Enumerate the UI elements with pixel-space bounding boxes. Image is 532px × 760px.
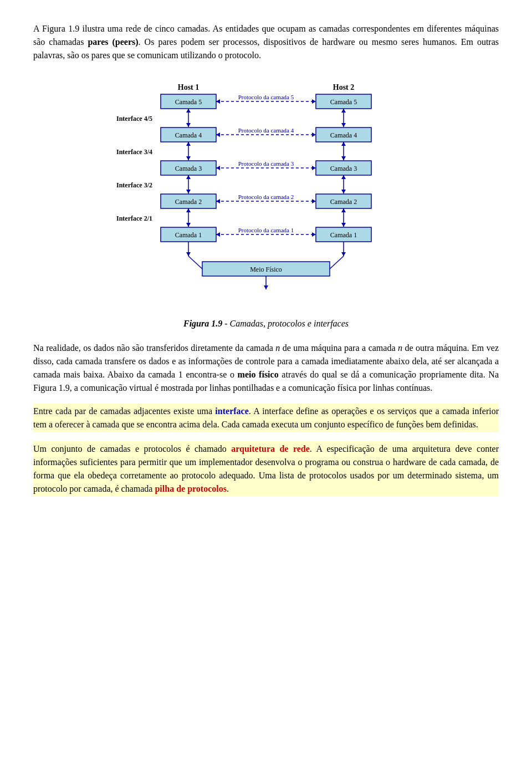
svg-marker-55 — [186, 208, 191, 212]
svg-text:Interface 4/5: Interface 4/5 — [116, 115, 152, 123]
svg-marker-34 — [216, 166, 220, 170]
page-content: A Figura 1.9 ilustra uma rede de cinco c… — [33, 22, 499, 497]
svg-text:Protocolo da camada 5: Protocolo da camada 5 — [238, 94, 294, 100]
para3-start: Na realidade, os dados não são transferi… — [33, 343, 275, 353]
svg-marker-52 — [186, 175, 191, 179]
para5-highlight2-end: . — [227, 484, 229, 493]
para5-highlight2-bold: pilha de protocolos — [155, 484, 227, 493]
svg-marker-60 — [341, 123, 346, 127]
svg-line-57 — [188, 256, 202, 269]
svg-marker-42 — [216, 232, 220, 237]
svg-text:Camada 5: Camada 5 — [330, 98, 357, 106]
svg-text:Camada 1: Camada 1 — [175, 231, 202, 239]
paragraph-3: Na realidade, os dados não são transferi… — [33, 341, 499, 395]
svg-marker-66 — [341, 190, 346, 193]
svg-text:Camada 5: Camada 5 — [175, 98, 202, 106]
svg-marker-49 — [186, 142, 191, 146]
svg-marker-70 — [341, 208, 346, 212]
diagram-svg: Host 1 Host 2 Camada 5 Camada 4 Camada 3… — [72, 79, 460, 312]
figure-container: Host 1 Host 2 Camada 5 Camada 4 Camada 3… — [33, 79, 499, 330]
svg-marker-51 — [186, 190, 191, 193]
svg-text:Interface 2/1: Interface 2/1 — [116, 215, 152, 222]
para3-bold: meio físico — [238, 370, 279, 379]
svg-text:Protocolo da camada 1: Protocolo da camada 1 — [238, 227, 294, 233]
svg-text:Camada 3: Camada 3 — [330, 165, 357, 172]
svg-marker-26 — [216, 99, 220, 104]
svg-text:Meio Físico: Meio Físico — [250, 266, 282, 273]
svg-marker-41 — [312, 232, 316, 237]
svg-text:Protocolo da camada 2: Protocolo da camada 2 — [238, 193, 294, 200]
svg-text:Camada 3: Camada 3 — [175, 165, 202, 172]
svg-marker-64 — [341, 142, 346, 146]
svg-marker-75 — [264, 285, 268, 289]
svg-line-72 — [330, 256, 344, 269]
svg-text:Host 1: Host 1 — [178, 83, 200, 91]
para5-highlight-bold: arquitetura de rede — [231, 444, 310, 453]
svg-marker-33 — [312, 166, 316, 170]
svg-marker-48 — [186, 156, 191, 160]
svg-marker-67 — [341, 175, 346, 179]
svg-text:Protocolo da camada 4: Protocolo da camada 4 — [238, 127, 294, 134]
svg-marker-69 — [341, 223, 346, 227]
para3-mid: de uma máquina para a camada — [280, 343, 398, 353]
svg-marker-63 — [341, 156, 346, 160]
para4-highlight-start: Entre cada par de camadas adjacentes exi… — [33, 406, 215, 416]
paragraph-1: A Figura 1.9 ilustra uma rede de cinco c… — [33, 22, 499, 62]
svg-marker-46 — [186, 109, 191, 113]
para1-bold: pares (peers) — [88, 37, 138, 47]
para5-highlight-start: Um conjunto de camadas e protocolos é ch… — [33, 444, 231, 453]
svg-text:Camada 4: Camada 4 — [330, 131, 357, 139]
svg-marker-73 — [341, 252, 346, 256]
svg-marker-25 — [312, 99, 316, 104]
svg-marker-58 — [186, 252, 191, 256]
svg-marker-30 — [216, 132, 220, 137]
para3-n2: n — [398, 343, 402, 353]
figure-caption-rest: - Camadas, protocolos e interfaces — [222, 319, 349, 328]
svg-marker-54 — [186, 223, 191, 227]
para1-end: . — [139, 37, 141, 47]
svg-text:Camada 1: Camada 1 — [330, 231, 357, 239]
svg-marker-37 — [312, 199, 316, 203]
svg-text:Camada 2: Camada 2 — [330, 198, 357, 206]
paragraph-4: Entre cada par de camadas adjacentes exi… — [33, 404, 499, 432]
figure-caption-italic: Figura 1.9 — [183, 319, 222, 328]
svg-text:Host 2: Host 2 — [333, 83, 355, 91]
svg-marker-29 — [312, 132, 316, 137]
paragraph-5: Um conjunto de camadas e protocolos é ch… — [33, 441, 499, 497]
svg-text:Protocolo da camada 3: Protocolo da camada 3 — [238, 160, 294, 167]
svg-text:Interface 3/4: Interface 3/4 — [116, 148, 152, 156]
svg-text:Camada 4: Camada 4 — [175, 131, 202, 139]
svg-marker-45 — [186, 123, 191, 127]
svg-marker-61 — [341, 109, 346, 113]
figure-caption: Figura 1.9 - Camadas, protocolos e inter… — [183, 317, 349, 330]
svg-text:Interface 3/2: Interface 3/2 — [116, 181, 152, 189]
para4-highlight-bold: interface — [215, 406, 248, 416]
svg-text:Camada 2: Camada 2 — [175, 198, 202, 206]
svg-marker-38 — [216, 199, 220, 203]
